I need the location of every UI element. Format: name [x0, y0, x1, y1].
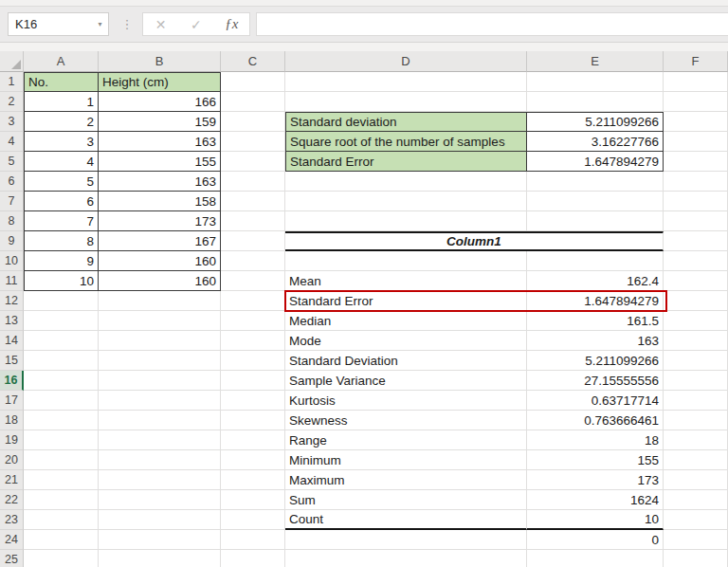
- cell-A19[interactable]: [24, 430, 99, 450]
- cell-A17[interactable]: [24, 391, 99, 411]
- cell-E10[interactable]: [527, 251, 664, 271]
- cell-E22[interactable]: 1624: [527, 490, 664, 510]
- cell-D16[interactable]: Sample Variance: [285, 371, 527, 391]
- cell-E19[interactable]: 18: [527, 430, 664, 450]
- cell-A15[interactable]: [24, 351, 99, 371]
- row-header-12[interactable]: 12: [0, 291, 24, 311]
- row-header-11[interactable]: 11: [0, 271, 24, 291]
- cell-D5[interactable]: Standard Error: [285, 152, 527, 172]
- row-header-20[interactable]: 20: [0, 450, 24, 470]
- cell-B18[interactable]: [99, 411, 221, 430]
- cell-F15[interactable]: [664, 351, 728, 371]
- cell-E14[interactable]: 163: [527, 331, 664, 351]
- cell-C21[interactable]: [221, 470, 285, 490]
- cell-E16[interactable]: 27.15555556: [527, 371, 664, 391]
- row-header-18[interactable]: 18: [0, 411, 24, 430]
- row-header-8[interactable]: 8: [0, 211, 24, 231]
- cell-F9[interactable]: [664, 231, 728, 251]
- cell-F6[interactable]: [664, 172, 728, 192]
- cell-C22[interactable]: [221, 490, 285, 510]
- cell-B10[interactable]: 160: [99, 251, 221, 271]
- row-header-7[interactable]: 7: [0, 192, 24, 211]
- cell-B1[interactable]: Height (cm): [99, 72, 221, 92]
- cell-D9[interactable]: Column1: [285, 231, 664, 251]
- cell-C4[interactable]: [221, 132, 285, 152]
- cell-C18[interactable]: [221, 411, 285, 430]
- cell-A11[interactable]: 10: [24, 271, 99, 291]
- cell-F1[interactable]: [664, 72, 728, 92]
- cell-C10[interactable]: [221, 251, 285, 271]
- column-header-C[interactable]: C: [221, 51, 285, 72]
- row-header-10[interactable]: 10: [0, 251, 24, 271]
- cell-E5[interactable]: 1.647894279: [527, 152, 664, 172]
- cell-B21[interactable]: [99, 470, 221, 490]
- cell-B17[interactable]: [99, 391, 221, 411]
- cell-B5[interactable]: 155: [99, 152, 221, 172]
- enter-icon[interactable]: ✓: [182, 17, 210, 32]
- insert-function-icon[interactable]: ƒx: [217, 16, 246, 32]
- column-header-D[interactable]: D: [285, 51, 527, 72]
- cell-C11[interactable]: [221, 271, 285, 291]
- cell-F8[interactable]: [664, 211, 728, 231]
- cell-D19[interactable]: Range: [285, 430, 527, 450]
- cell-B6[interactable]: 163: [99, 172, 221, 192]
- row-header-6[interactable]: 6: [0, 172, 24, 192]
- cell-C15[interactable]: [221, 351, 285, 371]
- cell-F23[interactable]: [664, 510, 728, 530]
- cell-B14[interactable]: [99, 331, 221, 351]
- cell-E24[interactable]: 0: [527, 530, 664, 550]
- row-header-24[interactable]: 24: [0, 530, 24, 550]
- cell-B12[interactable]: [99, 291, 221, 311]
- select-all-button[interactable]: [0, 51, 24, 72]
- cell-B9[interactable]: 167: [99, 231, 221, 251]
- row-header-19[interactable]: 19: [0, 430, 24, 450]
- cell-E18[interactable]: 0.763666461: [527, 411, 664, 430]
- cell-F17[interactable]: [664, 391, 728, 411]
- cell-C3[interactable]: [221, 112, 285, 132]
- cell-B13[interactable]: [99, 311, 221, 331]
- cell-B15[interactable]: [99, 351, 221, 371]
- cell-D21[interactable]: Maximum: [285, 470, 527, 490]
- cell-E8[interactable]: [527, 211, 664, 231]
- cell-C2[interactable]: [221, 92, 285, 112]
- cell-B3[interactable]: 159: [99, 112, 221, 132]
- cell-F2[interactable]: [664, 92, 728, 112]
- cell-A4[interactable]: 3: [24, 132, 99, 152]
- row-header-2[interactable]: 2: [0, 92, 24, 112]
- cell-D23[interactable]: Count: [285, 510, 527, 530]
- cell-E15[interactable]: 5.211099266: [527, 351, 664, 371]
- cancel-icon[interactable]: ✕: [147, 17, 175, 32]
- cell-D14[interactable]: Mode: [285, 331, 527, 351]
- cell-A24[interactable]: [24, 530, 99, 550]
- cell-B16[interactable]: [99, 371, 221, 391]
- cell-D4[interactable]: Square root of the number of samples: [285, 132, 527, 152]
- row-header-14[interactable]: 14: [0, 331, 24, 351]
- cell-C14[interactable]: [221, 331, 285, 351]
- cell-C8[interactable]: [221, 211, 285, 231]
- cell-B25[interactable]: [99, 550, 221, 567]
- cell-B20[interactable]: [99, 450, 221, 470]
- cell-C24[interactable]: [221, 530, 285, 550]
- cell-C12[interactable]: [221, 291, 285, 311]
- row-header-15[interactable]: 15: [0, 351, 24, 371]
- cell-B4[interactable]: 163: [99, 132, 221, 152]
- cell-F11[interactable]: [664, 271, 728, 291]
- cell-E2[interactable]: [527, 92, 664, 112]
- cell-C19[interactable]: [221, 430, 285, 450]
- row-header-16[interactable]: 16: [0, 371, 24, 391]
- name-box[interactable]: [9, 13, 92, 35]
- cell-A16[interactable]: [24, 371, 99, 391]
- cell-F18[interactable]: [664, 411, 728, 430]
- cell-D2[interactable]: [285, 92, 527, 112]
- cell-D25[interactable]: [285, 550, 527, 567]
- cell-C7[interactable]: [221, 192, 285, 211]
- cell-F19[interactable]: [664, 430, 728, 450]
- cell-E25[interactable]: [527, 550, 664, 567]
- cell-C23[interactable]: [221, 510, 285, 530]
- cell-C5[interactable]: [221, 152, 285, 172]
- cell-C1[interactable]: [221, 72, 285, 92]
- cell-B22[interactable]: [99, 490, 221, 510]
- cell-E3[interactable]: 5.211099266: [527, 112, 664, 132]
- cell-F22[interactable]: [664, 490, 728, 510]
- cell-D10[interactable]: [285, 251, 527, 271]
